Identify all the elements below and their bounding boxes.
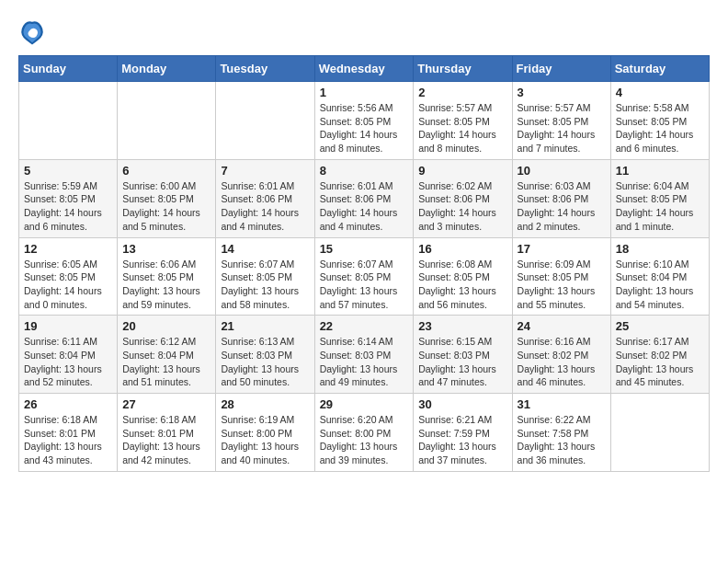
day-number: 26 bbox=[24, 397, 112, 411]
day-number: 15 bbox=[320, 242, 409, 256]
day-info: Sunrise: 6:18 AM Sunset: 8:01 PM Dayligh… bbox=[24, 413, 112, 467]
day-number: 27 bbox=[122, 397, 210, 411]
day-info: Sunrise: 6:03 AM Sunset: 8:06 PM Dayligh… bbox=[518, 179, 606, 234]
day-info: Sunrise: 6:21 AM Sunset: 7:59 PM Dayligh… bbox=[418, 413, 506, 467]
calendar-cell: 9Sunrise: 6:02 AM Sunset: 8:06 PM Daylig… bbox=[414, 159, 512, 237]
day-number: 21 bbox=[221, 319, 309, 333]
calendar-cell: 16Sunrise: 6:08 AM Sunset: 8:05 PM Dayli… bbox=[414, 237, 512, 316]
day-info: Sunrise: 6:19 AM Sunset: 8:00 PM Dayligh… bbox=[221, 413, 309, 467]
day-info: Sunrise: 6:12 AM Sunset: 8:04 PM Dayligh… bbox=[122, 335, 210, 389]
day-number: 31 bbox=[518, 397, 606, 411]
day-number: 10 bbox=[518, 164, 606, 178]
day-info: Sunrise: 5:58 AM Sunset: 8:05 PM Dayligh… bbox=[616, 101, 704, 155]
calendar-cell: 3Sunrise: 5:57 AM Sunset: 8:05 PM Daylig… bbox=[512, 82, 610, 160]
calendar-cell: 26Sunrise: 6:18 AM Sunset: 8:01 PM Dayli… bbox=[19, 394, 118, 472]
day-number: 6 bbox=[122, 164, 210, 178]
day-info: Sunrise: 6:11 AM Sunset: 8:04 PM Dayligh… bbox=[24, 335, 112, 389]
day-info: Sunrise: 6:22 AM Sunset: 7:58 PM Dayligh… bbox=[518, 413, 606, 467]
day-number: 20 bbox=[122, 319, 210, 333]
day-info: Sunrise: 6:08 AM Sunset: 8:05 PM Dayligh… bbox=[418, 258, 506, 312]
calendar-cell: 25Sunrise: 6:17 AM Sunset: 8:02 PM Dayli… bbox=[610, 316, 709, 394]
calendar-cell: 8Sunrise: 6:01 AM Sunset: 8:06 PM Daylig… bbox=[314, 159, 414, 237]
day-number: 22 bbox=[320, 319, 409, 333]
calendar-cell bbox=[610, 394, 709, 472]
day-number: 13 bbox=[122, 242, 210, 256]
calendar-cell: 7Sunrise: 6:01 AM Sunset: 8:06 PM Daylig… bbox=[216, 159, 314, 237]
calendar-cell: 23Sunrise: 6:15 AM Sunset: 8:03 PM Dayli… bbox=[414, 316, 512, 394]
calendar-cell: 14Sunrise: 6:07 AM Sunset: 8:05 PM Dayli… bbox=[216, 237, 314, 316]
day-info: Sunrise: 5:59 AM Sunset: 8:05 PM Dayligh… bbox=[24, 179, 112, 234]
calendar-cell: 15Sunrise: 6:07 AM Sunset: 8:05 PM Dayli… bbox=[314, 237, 414, 316]
calendar-cell: 4Sunrise: 5:58 AM Sunset: 8:05 PM Daylig… bbox=[610, 82, 709, 160]
day-number: 3 bbox=[518, 86, 606, 99]
calendar-week-row: 26Sunrise: 6:18 AM Sunset: 8:01 PM Dayli… bbox=[19, 394, 710, 472]
day-number: 24 bbox=[518, 319, 606, 333]
weekday-header-friday: Friday bbox=[512, 56, 610, 82]
day-number: 16 bbox=[418, 242, 506, 256]
day-info: Sunrise: 5:57 AM Sunset: 8:05 PM Dayligh… bbox=[418, 101, 506, 155]
day-number: 14 bbox=[221, 242, 309, 256]
day-number: 12 bbox=[24, 242, 112, 256]
calendar-week-row: 12Sunrise: 6:05 AM Sunset: 8:05 PM Dayli… bbox=[19, 237, 710, 316]
logo-icon bbox=[18, 18, 46, 46]
weekday-header-sunday: Sunday bbox=[19, 56, 118, 82]
calendar-cell: 12Sunrise: 6:05 AM Sunset: 8:05 PM Dayli… bbox=[19, 237, 118, 316]
day-info: Sunrise: 5:57 AM Sunset: 8:05 PM Dayligh… bbox=[518, 101, 606, 155]
day-info: Sunrise: 6:01 AM Sunset: 8:06 PM Dayligh… bbox=[320, 179, 409, 234]
calendar-week-row: 1Sunrise: 5:56 AM Sunset: 8:05 PM Daylig… bbox=[19, 82, 710, 160]
calendar-cell: 22Sunrise: 6:14 AM Sunset: 8:03 PM Dayli… bbox=[314, 316, 414, 394]
calendar-cell: 24Sunrise: 6:16 AM Sunset: 8:02 PM Dayli… bbox=[512, 316, 610, 394]
day-info: Sunrise: 6:02 AM Sunset: 8:06 PM Dayligh… bbox=[418, 179, 506, 234]
weekday-header-monday: Monday bbox=[118, 56, 216, 82]
calendar-cell: 13Sunrise: 6:06 AM Sunset: 8:05 PM Dayli… bbox=[118, 237, 216, 316]
day-info: Sunrise: 6:09 AM Sunset: 8:05 PM Dayligh… bbox=[518, 258, 606, 312]
day-info: Sunrise: 6:10 AM Sunset: 8:04 PM Dayligh… bbox=[616, 258, 704, 312]
day-number: 23 bbox=[418, 319, 506, 333]
weekday-header-thursday: Thursday bbox=[414, 56, 512, 82]
day-number: 1 bbox=[320, 86, 409, 99]
day-info: Sunrise: 6:05 AM Sunset: 8:05 PM Dayligh… bbox=[24, 258, 112, 312]
calendar-week-row: 5Sunrise: 5:59 AM Sunset: 8:05 PM Daylig… bbox=[19, 159, 710, 237]
calendar-cell: 29Sunrise: 6:20 AM Sunset: 8:00 PM Dayli… bbox=[314, 394, 414, 472]
day-number: 4 bbox=[616, 86, 704, 99]
calendar-cell: 2Sunrise: 5:57 AM Sunset: 8:05 PM Daylig… bbox=[414, 82, 512, 160]
day-number: 18 bbox=[616, 242, 704, 256]
calendar-cell: 30Sunrise: 6:21 AM Sunset: 7:59 PM Dayli… bbox=[414, 394, 512, 472]
calendar-cell: 6Sunrise: 6:00 AM Sunset: 8:05 PM Daylig… bbox=[118, 159, 216, 237]
day-number: 7 bbox=[221, 164, 309, 178]
weekday-header-tuesday: Tuesday bbox=[216, 56, 314, 82]
day-info: Sunrise: 6:17 AM Sunset: 8:02 PM Dayligh… bbox=[616, 335, 704, 389]
day-info: Sunrise: 5:56 AM Sunset: 8:05 PM Dayligh… bbox=[320, 101, 409, 155]
day-number: 2 bbox=[418, 86, 506, 99]
day-info: Sunrise: 6:13 AM Sunset: 8:03 PM Dayligh… bbox=[221, 335, 309, 389]
calendar-header-row: SundayMondayTuesdayWednesdayThursdayFrid… bbox=[19, 56, 710, 82]
day-info: Sunrise: 6:04 AM Sunset: 8:05 PM Dayligh… bbox=[616, 179, 704, 234]
day-info: Sunrise: 6:20 AM Sunset: 8:00 PM Dayligh… bbox=[320, 413, 409, 467]
calendar-cell: 21Sunrise: 6:13 AM Sunset: 8:03 PM Dayli… bbox=[216, 316, 314, 394]
day-number: 29 bbox=[320, 397, 409, 411]
weekday-header-wednesday: Wednesday bbox=[314, 56, 414, 82]
day-number: 30 bbox=[418, 397, 506, 411]
day-info: Sunrise: 6:01 AM Sunset: 8:06 PM Dayligh… bbox=[221, 179, 309, 234]
calendar-week-row: 19Sunrise: 6:11 AM Sunset: 8:04 PM Dayli… bbox=[19, 316, 710, 394]
day-number: 25 bbox=[616, 319, 704, 333]
day-number: 9 bbox=[418, 164, 506, 178]
calendar-cell: 28Sunrise: 6:19 AM Sunset: 8:00 PM Dayli… bbox=[216, 394, 314, 472]
day-info: Sunrise: 6:00 AM Sunset: 8:05 PM Dayligh… bbox=[122, 179, 210, 234]
calendar-cell: 11Sunrise: 6:04 AM Sunset: 8:05 PM Dayli… bbox=[610, 159, 709, 237]
calendar-table: SundayMondayTuesdayWednesdayThursdayFrid… bbox=[18, 55, 710, 472]
calendar-cell bbox=[118, 82, 216, 160]
calendar-cell: 1Sunrise: 5:56 AM Sunset: 8:05 PM Daylig… bbox=[314, 82, 414, 160]
day-number: 5 bbox=[24, 164, 112, 178]
day-number: 28 bbox=[221, 397, 309, 411]
calendar-cell: 5Sunrise: 5:59 AM Sunset: 8:05 PM Daylig… bbox=[19, 159, 118, 237]
day-info: Sunrise: 6:14 AM Sunset: 8:03 PM Dayligh… bbox=[320, 335, 409, 389]
day-info: Sunrise: 6:06 AM Sunset: 8:05 PM Dayligh… bbox=[122, 258, 210, 312]
calendar-cell bbox=[216, 82, 314, 160]
calendar-cell: 18Sunrise: 6:10 AM Sunset: 8:04 PM Dayli… bbox=[610, 237, 709, 316]
calendar-cell bbox=[19, 82, 118, 160]
calendar-cell: 19Sunrise: 6:11 AM Sunset: 8:04 PM Dayli… bbox=[19, 316, 118, 394]
day-number: 19 bbox=[24, 319, 112, 333]
day-info: Sunrise: 6:07 AM Sunset: 8:05 PM Dayligh… bbox=[320, 258, 409, 312]
calendar-cell: 27Sunrise: 6:18 AM Sunset: 8:01 PM Dayli… bbox=[118, 394, 216, 472]
